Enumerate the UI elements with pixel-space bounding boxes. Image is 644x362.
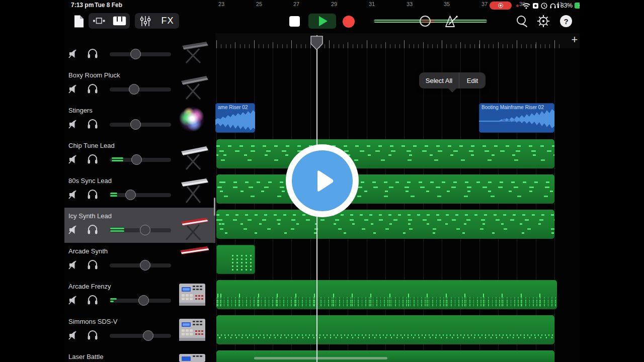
volume-knob[interactable] bbox=[140, 225, 150, 235]
midi-region[interactable] bbox=[216, 210, 554, 239]
instrument-image-keyboard bbox=[177, 140, 210, 171]
ruler-bar-number: 29 bbox=[331, 1, 337, 7]
volume-knob[interactable] bbox=[129, 84, 139, 95]
midi-region[interactable] bbox=[216, 350, 554, 362]
volume-slider-knob[interactable] bbox=[420, 16, 431, 27]
level-meter bbox=[110, 228, 124, 233]
mixer-controls-button[interactable] bbox=[135, 13, 156, 29]
track-volume-slider[interactable] bbox=[110, 87, 171, 92]
play-icon bbox=[319, 16, 328, 26]
play-button[interactable] bbox=[308, 14, 336, 29]
select-all-menu-item[interactable]: Select All bbox=[419, 77, 459, 84]
fx-button[interactable]: FX bbox=[156, 13, 179, 29]
track-row[interactable]: Chip Tune Lead bbox=[64, 139, 215, 174]
track-row[interactable]: Laser Battle bbox=[64, 350, 215, 362]
midi-region[interactable] bbox=[216, 139, 554, 168]
region-label: ame Riser 02 bbox=[218, 105, 248, 110]
screen-recording-indicator[interactable] bbox=[490, 2, 512, 10]
playhead-handle[interactable] bbox=[309, 35, 324, 51]
ruler-bar-number: 35 bbox=[444, 1, 450, 7]
mute-icon[interactable] bbox=[68, 83, 79, 95]
mute-icon[interactable] bbox=[68, 189, 79, 201]
mute-icon[interactable] bbox=[68, 153, 79, 165]
headphones-icon[interactable] bbox=[87, 258, 99, 270]
instrument-image-keyboard bbox=[177, 69, 210, 101]
track-row-selected[interactable]: Icy Synth Lead bbox=[64, 209, 215, 244]
record-button[interactable] bbox=[342, 15, 355, 28]
stop-button[interactable] bbox=[287, 15, 301, 28]
status-time: 7:13 pm bbox=[71, 2, 94, 9]
timeline-scrollbar[interactable] bbox=[254, 357, 387, 359]
headphones-icon[interactable] bbox=[87, 294, 99, 306]
letterbox-right bbox=[580, 0, 644, 362]
instrument-image-keyboard bbox=[177, 35, 210, 66]
midi-region[interactable] bbox=[216, 174, 554, 204]
track-name: Laser Battle bbox=[68, 353, 103, 360]
track-row[interactable]: Stingers bbox=[64, 104, 215, 139]
status-date: Tue 8 Feb bbox=[95, 2, 122, 9]
ruler-bar-number: 31 bbox=[369, 1, 375, 7]
track-volume-slider[interactable] bbox=[110, 193, 171, 197]
track-row[interactable]: Arcade Synth bbox=[64, 244, 215, 280]
keyboard-view-button[interactable] bbox=[109, 13, 130, 29]
headphones-icon[interactable] bbox=[87, 188, 99, 200]
track-row[interactable] bbox=[64, 33, 215, 68]
track-row[interactable]: Arcade Frenzy bbox=[64, 280, 215, 315]
track-name: Stingers bbox=[68, 107, 93, 114]
volume-knob[interactable] bbox=[143, 330, 153, 341]
mute-icon[interactable] bbox=[68, 118, 79, 130]
volume-knob[interactable] bbox=[130, 49, 141, 59]
letterbox-left bbox=[0, 0, 64, 362]
tracks-view-button[interactable] bbox=[89, 13, 109, 29]
ruler-bar-number: 25 bbox=[256, 1, 262, 7]
loop-browser-icon[interactable] bbox=[515, 15, 528, 28]
track-name: Boxy Room Pluck bbox=[68, 71, 120, 79]
track-row[interactable]: Simmons SDS-V bbox=[64, 315, 215, 350]
headphones-icon[interactable] bbox=[87, 153, 99, 165]
volume-knob[interactable] bbox=[140, 260, 150, 270]
ruler-bar-number: 41 bbox=[556, 1, 562, 7]
headphones-icon[interactable] bbox=[87, 82, 99, 95]
edit-menu-item[interactable]: Edit bbox=[459, 77, 486, 84]
midi-region[interactable] bbox=[216, 280, 557, 309]
volume-knob[interactable] bbox=[131, 154, 142, 165]
video-play-overlay[interactable] bbox=[286, 144, 359, 217]
track-name: 80s Sync Lead bbox=[68, 177, 112, 185]
track-row[interactable]: 80s Sync Lead bbox=[64, 174, 215, 209]
help-button[interactable]: ? bbox=[560, 15, 572, 27]
level-meter bbox=[110, 193, 117, 198]
mute-icon[interactable] bbox=[68, 329, 79, 341]
battery-icon bbox=[574, 2, 580, 9]
headphones-icon[interactable] bbox=[87, 118, 99, 130]
headphones-icon[interactable] bbox=[87, 223, 99, 235]
stop-icon bbox=[289, 16, 300, 27]
ruler-bar-number: 27 bbox=[293, 1, 299, 7]
metronome-icon[interactable] bbox=[445, 15, 458, 28]
piano-icon bbox=[113, 16, 126, 26]
track-list-scrollbar[interactable] bbox=[214, 198, 215, 216]
midi-region[interactable] bbox=[216, 245, 255, 274]
instrument-image-keyboard bbox=[177, 174, 210, 205]
midi-region[interactable] bbox=[216, 315, 554, 344]
volume-knob[interactable] bbox=[138, 295, 149, 306]
controls-segmented-control: FX bbox=[135, 13, 179, 29]
audio-region[interactable]: Booting Mainframe Riser 02 bbox=[479, 103, 554, 133]
mute-icon[interactable] bbox=[68, 294, 79, 306]
audio-region[interactable]: ame Riser 02 bbox=[215, 103, 255, 133]
document-icon[interactable] bbox=[72, 15, 86, 28]
mute-icon[interactable] bbox=[68, 48, 79, 60]
volume-knob[interactable] bbox=[125, 190, 136, 200]
screen-mirroring-icon bbox=[532, 3, 539, 9]
volume-knob[interactable] bbox=[130, 119, 141, 130]
track-volume-slider[interactable] bbox=[110, 334, 171, 338]
instrument-image-fireworks bbox=[177, 105, 210, 136]
add-button[interactable]: + bbox=[569, 34, 580, 45]
mute-icon[interactable] bbox=[68, 224, 79, 236]
settings-gear-icon[interactable] bbox=[536, 14, 550, 28]
instrument-image-drum-machine bbox=[177, 282, 210, 313]
headphones-icon[interactable] bbox=[87, 47, 99, 59]
recording-dot-icon bbox=[516, 5, 519, 7]
track-row[interactable]: Boxy Room Pluck bbox=[64, 68, 215, 104]
headphones-icon[interactable] bbox=[87, 329, 99, 341]
mute-icon[interactable] bbox=[68, 259, 79, 271]
